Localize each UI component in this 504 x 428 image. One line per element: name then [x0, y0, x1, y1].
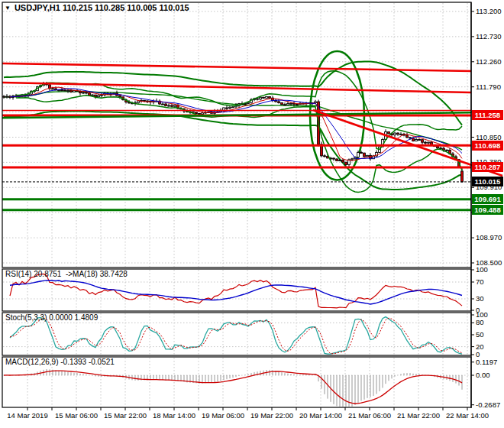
resistance-price-badge-2: 110.698: [472, 141, 503, 151]
axis-label: 113.200: [476, 7, 502, 15]
ohlc-values: 110.215 110.285 110.005 110.015: [63, 3, 189, 12]
resistance-price-badge-1: 111.258: [472, 110, 503, 120]
axis-label: 100: [476, 310, 488, 319]
axis-label: 20 Mar 14:00: [299, 411, 342, 420]
chart-title-bar: ▼USDJPY,H1 110.215 110.285 110.005 110.0…: [5, 3, 189, 12]
rsi-indicator-label: RSI(14) 20.8751 ->MA(18) 38.7428: [5, 270, 128, 278]
stoch-indicator-label: Stoch(5,3,3) 0.0000 1.4809: [5, 313, 98, 322]
axis-label: 18 Mar 14:00: [153, 411, 195, 420]
axis-label: 19 Mar 06:00: [202, 411, 244, 420]
axis-label: 15 Mar 22:00: [104, 411, 147, 420]
axis-label: 50: [476, 330, 484, 339]
axis-label: 112.730: [476, 32, 502, 41]
axis-label: 0.00: [476, 371, 490, 379]
axis-label: 80: [476, 318, 484, 326]
axis-label: 0.1197: [476, 358, 497, 366]
symbol-dropdown-icon[interactable]: ▼: [5, 5, 11, 11]
axis-label: 20: [476, 342, 484, 351]
axis-label: 100: [476, 265, 488, 274]
axis-label: -0.2687: [476, 400, 500, 409]
macd-indicator-label: MACD(12,26,9) -0.1393 -0.0521: [5, 358, 115, 366]
axis-label: 108.970: [476, 233, 502, 242]
resistance-price-badge-3: 110.287: [472, 162, 503, 172]
axis-label: 22 Mar 14:00: [446, 411, 489, 420]
axis-label: 21 Mar 22:00: [397, 411, 440, 420]
symbol-timeframe-label: USDJPY,H1: [15, 3, 60, 12]
axis-label: 70: [476, 277, 484, 286]
axis-label: 30: [476, 294, 484, 303]
axis-label: 21 Mar 06:00: [348, 411, 391, 420]
axis-label: 111.790: [476, 83, 501, 91]
axis-label: 15 Mar 06:00: [55, 411, 98, 420]
support-price-badge-1: 109.691: [472, 194, 503, 204]
support-price-badge-2: 109.488: [472, 205, 503, 215]
axis-label: 14 Mar 2019: [7, 411, 47, 420]
chart-window: 113.200112.730112.260111.790111.320110.8…: [0, 0, 504, 428]
axis-label: 112.260: [476, 57, 502, 66]
axis-label: 19 Mar 22:00: [250, 411, 293, 420]
current-price-badge: 110.015: [472, 177, 503, 186]
